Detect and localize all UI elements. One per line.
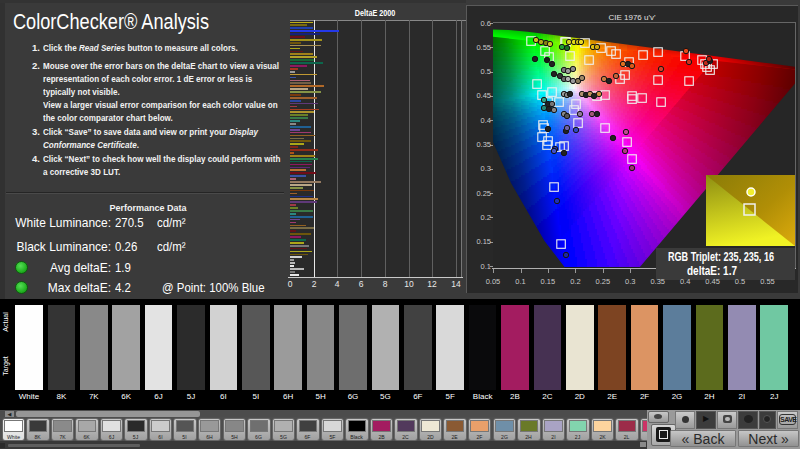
svg-text:0.45: 0.45: [705, 277, 720, 286]
svg-text:0.45: 0.45: [476, 91, 491, 100]
svg-text:12: 12: [427, 279, 437, 289]
svg-text:0.55: 0.55: [760, 277, 775, 286]
svg-text:0.2: 0.2: [570, 277, 580, 286]
svg-text:0.25: 0.25: [476, 189, 491, 198]
svg-text:0.1: 0.1: [515, 277, 525, 286]
svg-text:10: 10: [404, 279, 414, 289]
svg-text:0.35: 0.35: [476, 140, 491, 149]
svg-text:14: 14: [451, 279, 461, 289]
svg-text:2: 2: [312, 279, 317, 289]
svg-text:0.15: 0.15: [476, 237, 491, 246]
svg-text:0.55: 0.55: [476, 43, 491, 52]
svg-text:0.4: 0.4: [481, 116, 491, 125]
svg-text:RGB Triplet: 235, 235, 16: RGB Triplet: 235, 235, 16: [668, 250, 774, 264]
svg-text:0.5: 0.5: [481, 67, 491, 76]
svg-text:deltaE: 1.7: deltaE: 1.7: [687, 264, 737, 278]
svg-text:8: 8: [383, 279, 388, 289]
svg-text:0.35: 0.35: [650, 277, 665, 286]
svg-text:0.1: 0.1: [481, 262, 491, 271]
svg-text:0.3: 0.3: [481, 164, 491, 173]
svg-text:6: 6: [359, 279, 364, 289]
svg-text:0.2: 0.2: [481, 213, 491, 222]
svg-text:0.25: 0.25: [595, 277, 610, 286]
svg-text:0.4: 0.4: [680, 277, 690, 286]
svg-text:0: 0: [288, 279, 293, 289]
svg-text:0.3: 0.3: [625, 277, 635, 286]
svg-text:0.05: 0.05: [486, 277, 501, 286]
svg-text:CIE 1976 u'v': CIE 1976 u'v': [608, 13, 656, 22]
svg-text:0.15: 0.15: [541, 277, 556, 286]
svg-text:4: 4: [335, 279, 340, 289]
svg-text:0.5: 0.5: [735, 277, 745, 286]
svg-text:0.6: 0.6: [481, 19, 491, 28]
